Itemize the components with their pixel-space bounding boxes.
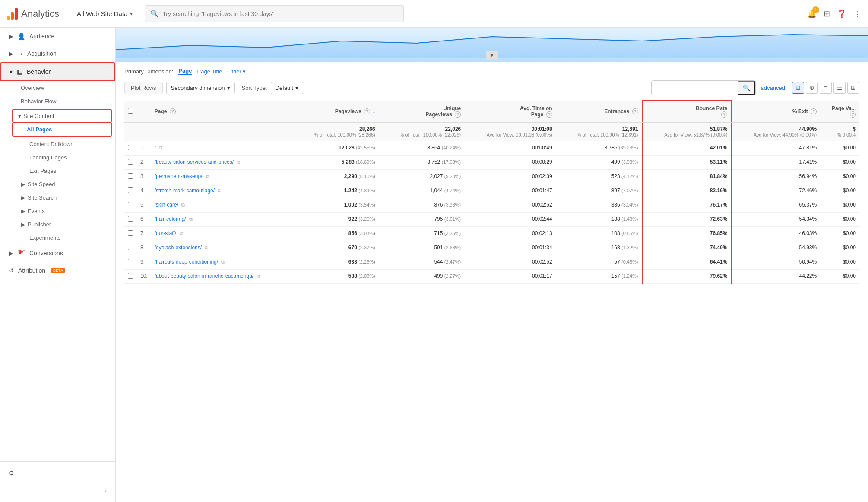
page-link-1[interactable]: /beauty-salon-services-and-prices/	[155, 159, 234, 165]
attribution-badge: BETA	[51, 268, 65, 273]
page-link-2[interactable]: /permanent-makeup/	[155, 173, 203, 179]
topbar-divider	[68, 5, 68, 22]
secondary-dimension-dropdown[interactable]: Secondary dimension ▾	[166, 82, 235, 94]
row-checkbox-9[interactable]	[128, 273, 133, 279]
chart-dropdown[interactable]: ▾	[486, 51, 498, 60]
sidebar-item-site-content[interactable]: ▾ Site Content	[12, 109, 112, 123]
copy-icon-4[interactable]: ⧉	[181, 202, 185, 207]
sidebar-item-site-search[interactable]: ▶ Site Search	[0, 191, 115, 204]
notification-button[interactable]: 🔔 1	[807, 9, 817, 19]
th-exit-pct[interactable]: % Exit ?	[731, 101, 820, 122]
page-link-7[interactable]: /eyelash-extensions/	[155, 245, 202, 251]
sidebar-item-landing-pages[interactable]: Landing Pages	[0, 151, 115, 164]
copy-icon-0[interactable]: ⧉	[159, 145, 162, 150]
toolbar-row: Plot Rows Secondary dimension ▾ Sort Typ…	[124, 80, 859, 95]
row-checkbox-0[interactable]	[128, 145, 133, 150]
th-num	[137, 101, 151, 122]
sidebar-item-events[interactable]: ▶ Events	[0, 204, 115, 218]
sidebar-item-publisher[interactable]: ▶ Publisher	[0, 218, 115, 231]
row-entrances: 386 (3.04%)	[556, 198, 642, 213]
advanced-link[interactable]: advanced	[761, 85, 785, 91]
sidebar-item-experiments[interactable]: Experiments	[0, 231, 115, 245]
row-num: 8.	[137, 241, 151, 255]
th-bounce-rate[interactable]: Bounce Rate?	[642, 101, 732, 122]
search-filter: 🔍	[651, 80, 756, 95]
copy-icon-2[interactable]: ⧉	[206, 174, 209, 179]
th-page-value[interactable]: Page Va...?	[820, 101, 859, 122]
sidebar-item-behavior[interactable]: ▾ ▦ Primary Dimension: Behavior	[0, 62, 115, 81]
pd-option-page[interactable]: Page	[178, 67, 192, 75]
row-bounce-rate: 82.16%	[642, 184, 732, 198]
th-checkbox	[124, 101, 137, 122]
publisher-caret: ▶	[21, 221, 25, 228]
sidebar: ▶ 👤 Audience ▶ ⇢ Acquisition ▾ ▦ Primary…	[0, 28, 116, 502]
view-plus-button[interactable]: ⊕	[806, 82, 818, 94]
sidebar-item-behavior-flow[interactable]: Behavior Flow	[0, 95, 115, 108]
table-row: 7. /our-staff/ ⧉ 856 (3.03%) 715 (3.25%)…	[124, 227, 859, 241]
row-checkbox-5[interactable]	[128, 216, 133, 222]
page-link-0[interactable]: /	[155, 145, 156, 151]
th-pageviews[interactable]: Pageviews ? ↓	[293, 101, 379, 122]
row-checkbox-6[interactable]	[128, 230, 133, 236]
sidebar-item-acquisition[interactable]: ▶ ⇢ Acquisition	[0, 45, 115, 62]
sidebar-item-audience[interactable]: ▶ 👤 Audience	[0, 28, 115, 45]
sidebar-item-exit-pages[interactable]: Exit Pages	[0, 164, 115, 178]
select-all-checkbox[interactable]	[128, 108, 133, 114]
page-link-3[interactable]: /stretch-mark-camouflage/	[155, 187, 215, 194]
copy-icon-5[interactable]: ⧉	[189, 216, 193, 222]
sidebar-footer-settings[interactable]: ⚙	[0, 465, 115, 481]
sidebar-item-all-pages[interactable]: All Pages	[12, 123, 112, 137]
grid-button[interactable]: ⊞	[824, 9, 830, 19]
search-input[interactable]	[162, 10, 398, 17]
th-avg-time[interactable]: Avg. Time onPage ?	[464, 101, 555, 122]
page-link-8[interactable]: /haircuts-deep-conditioning/	[155, 259, 218, 265]
row-checkbox-1[interactable]	[128, 159, 133, 165]
row-checkbox-4[interactable]	[128, 202, 133, 207]
pd-option-page-title[interactable]: Page Title	[197, 68, 222, 75]
copy-icon-6[interactable]: ⧉	[180, 231, 183, 236]
sort-type-dropdown[interactable]: Default ▾	[271, 82, 303, 94]
property-selector[interactable]: All Web Site Data ▾	[77, 10, 133, 17]
sidebar-collapse-btn[interactable]: ‹	[0, 481, 115, 499]
view-tune-button[interactable]: ⚌	[833, 82, 846, 94]
row-checkbox-2[interactable]	[128, 173, 133, 179]
sidebar-item-site-speed[interactable]: ▶ Site Speed	[0, 178, 115, 191]
row-exit-pct: 65.37%	[731, 198, 820, 213]
copy-icon-9[interactable]: ⧉	[257, 273, 260, 279]
table-search-input[interactable]	[652, 82, 738, 94]
sidebar-item-attribution[interactable]: ↺ Attribution BETA	[0, 262, 115, 279]
sidebar-item-overview[interactable]: Overview	[0, 81, 115, 95]
page-link-6[interactable]: /our-staff/	[155, 230, 176, 236]
sidebar-item-conversions[interactable]: ▶ 🚩 Conversions	[0, 245, 115, 262]
row-checkbox-3[interactable]	[128, 187, 133, 193]
pd-option-other[interactable]: Other ▾	[227, 68, 246, 75]
row-checkbox-7[interactable]	[128, 245, 133, 250]
page-link-4[interactable]: /skin-care/	[155, 202, 178, 208]
view-grid-button[interactable]: ⊞	[792, 82, 804, 94]
sort-type-value: Default	[276, 85, 293, 91]
row-bounce-rate: 64.41%	[642, 255, 732, 270]
copy-icon-8[interactable]: ⧉	[221, 259, 225, 264]
copy-icon-1[interactable]: ⧉	[237, 159, 240, 165]
row-unique: 876 (3.98%)	[379, 198, 465, 213]
search-icon-topbar: 🔍	[150, 10, 159, 18]
more-button[interactable]: ⋮	[853, 9, 861, 19]
table-row: 8. /eyelash-extensions/ ⧉ 670 (2.37%) 59…	[124, 241, 859, 255]
th-page[interactable]: Page ?	[151, 101, 293, 122]
view-list-button[interactable]: ≡	[820, 82, 832, 94]
secondary-dim-label: Secondary dimension	[171, 85, 225, 91]
table-search-button[interactable]: 🔍	[738, 81, 755, 95]
row-page: /our-staff/ ⧉	[151, 227, 293, 241]
copy-icon-7[interactable]: ⧉	[205, 245, 208, 250]
copy-icon-3[interactable]: ⧉	[218, 188, 221, 193]
view-chart-button[interactable]: ⊞	[847, 82, 859, 94]
row-checkbox-8[interactable]	[128, 259, 133, 264]
page-link-9[interactable]: /about-beauty-salon-in-rancho-cucamonga/	[155, 273, 253, 279]
th-unique-pageviews[interactable]: UniquePageviews ?	[379, 101, 465, 122]
sidebar-item-content-drilldown[interactable]: Content Drilldown	[0, 137, 115, 151]
help-button[interactable]: ❓	[837, 9, 846, 19]
page-link-5[interactable]: /hair-coloring/	[155, 216, 186, 222]
sort-type-label: Sort Type:	[242, 85, 267, 91]
plot-rows-button[interactable]: Plot Rows	[124, 82, 163, 94]
th-entrances[interactable]: Entrances ?	[556, 101, 642, 122]
